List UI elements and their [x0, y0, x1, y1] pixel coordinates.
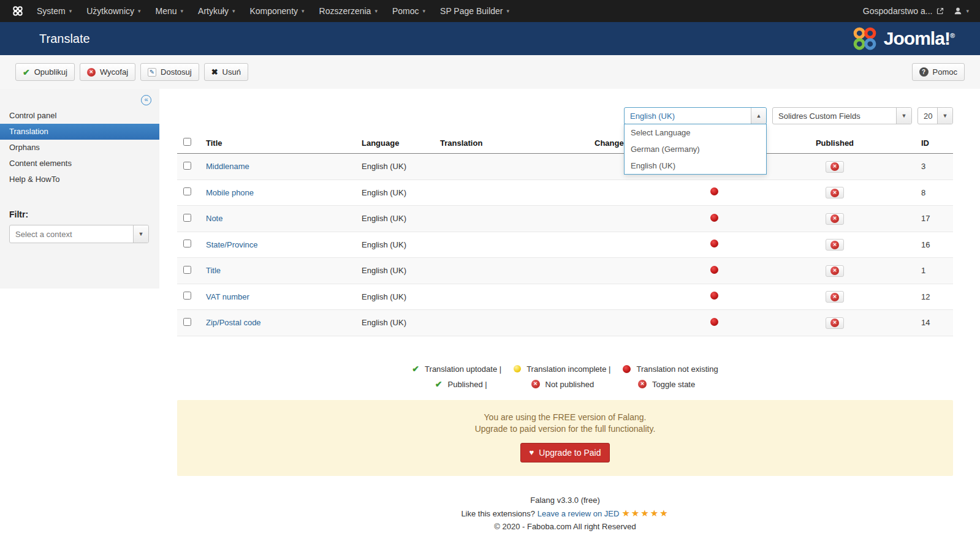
caret-down-icon: ▼ — [896, 108, 911, 124]
copyright: © 2020 - Faboba.com All right Reserved — [177, 522, 953, 531]
table-row: Zip/Postal code English (UK) ✕ 14 — [177, 310, 953, 336]
context-select[interactable]: Select a context ▼ — [9, 225, 149, 243]
row-published-cell: ✕ — [775, 154, 894, 180]
row-checkbox[interactable] — [183, 266, 191, 274]
language-option[interactable]: English (UK) — [625, 157, 766, 174]
row-language-cell: English (UK) — [359, 154, 437, 180]
sidebar-item[interactable]: Orphans — [0, 140, 159, 156]
publish-toggle[interactable]: ✕ — [826, 239, 844, 251]
main: English (UK) ▲ Select LanguageGerman (Ge… — [159, 89, 980, 536]
site-preview-link[interactable]: Gospodarstwo a... — [863, 6, 944, 16]
delete-button[interactable]: ✖ Usuń — [204, 63, 248, 81]
topnav-menu-item[interactable]: Artykuły ▾ — [191, 0, 242, 22]
publish-toggle[interactable]: ✕ — [826, 213, 844, 225]
row-title-link[interactable]: Mobile phone — [206, 188, 254, 197]
row-state-cell — [653, 284, 775, 310]
joomla-menu-icon[interactable] — [12, 6, 23, 17]
row-translation-cell — [437, 310, 591, 336]
row-checkbox[interactable] — [183, 187, 191, 195]
row-checkbox[interactable] — [183, 240, 191, 247]
legend-item: ✔ Translation uptodate | — [412, 364, 501, 374]
row-title-cell: Mobile phone — [203, 179, 359, 206]
topnav-menu-item[interactable]: Pomoc ▾ — [385, 0, 433, 22]
row-language: English (UK) — [362, 240, 406, 249]
circle-x-icon: ✕ — [830, 162, 839, 171]
language-option[interactable]: German (Germany) — [625, 141, 766, 157]
row-checkbox[interactable] — [183, 162, 191, 170]
row-title-link[interactable]: State/Province — [206, 240, 258, 249]
topnav-menu-item[interactable]: Komponenty ▾ — [242, 0, 311, 22]
caret-down-icon: ▾ — [507, 8, 510, 14]
row-changed-cell — [591, 284, 653, 310]
row-title-link[interactable]: Title — [206, 266, 221, 275]
sidebar-item-label: Content elements — [9, 159, 72, 168]
help-button[interactable]: ? Pomoc — [912, 63, 965, 81]
topnav-menu-item[interactable]: Użytkownicy ▾ — [79, 0, 148, 22]
topnav-menu-item[interactable]: SP Page Builder ▾ — [433, 0, 517, 22]
row-state-cell — [653, 206, 775, 232]
row-state-cell — [653, 258, 775, 284]
free-version-notice: You are using the FREE version of Falang… — [177, 400, 953, 476]
legend-label: Not published — [545, 380, 594, 389]
sidebar-nav: Control panel Translation Orphans Conten… — [0, 108, 159, 187]
red-dot-icon — [623, 365, 631, 373]
row-checkbox[interactable] — [183, 214, 191, 222]
publish-toggle[interactable]: ✕ — [826, 161, 844, 173]
row-language-cell: English (UK) — [359, 258, 437, 284]
sidebar-item[interactable]: Content elements — [0, 156, 159, 172]
upgrade-button[interactable]: ♥ Upgrade to Paid — [520, 443, 610, 462]
language-option[interactable]: Select Language — [625, 124, 766, 141]
delete-icon: ✖ — [211, 68, 218, 76]
language-select[interactable]: English (UK) ▲ Select LanguageGerman (Ge… — [624, 107, 767, 124]
topnav-menu-item[interactable]: Rozszerzenia ▾ — [312, 0, 385, 22]
sidebar-item[interactable]: Control panel — [0, 108, 159, 124]
sidebar-item[interactable]: Translation — [0, 124, 159, 140]
topnav-menu-item[interactable]: Menu ▾ — [148, 0, 191, 22]
unpublish-button[interactable]: ✕ Wycofaj — [80, 63, 135, 81]
row-checkbox[interactable] — [183, 318, 191, 326]
select-all-checkbox[interactable] — [183, 138, 191, 146]
row-published-cell: ✕ — [775, 284, 894, 310]
upgrade-button-label: Upgrade to Paid — [539, 448, 601, 458]
help-button-label: Pomoc — [933, 67, 957, 77]
user-menu[interactable]: ▾ — [954, 7, 969, 15]
language-dropdown-panel: Select LanguageGerman (Germany)English (… — [624, 124, 767, 175]
legend-label: Translation incomplete | — [526, 364, 610, 374]
legend-item: Translation incomplete | — [514, 364, 610, 374]
sidebar-item[interactable]: Help & HowTo — [0, 172, 159, 187]
adjust-button[interactable]: ✎ Dostosuj — [140, 63, 199, 81]
review-link[interactable]: Leave a review on JED — [537, 509, 620, 518]
sidebar-collapse-icon[interactable]: « — [141, 95, 151, 105]
topnav-menu-label: Komponenty — [249, 6, 298, 16]
row-title-link[interactable]: Zip/Postal code — [206, 318, 261, 327]
publish-toggle[interactable]: ✕ — [826, 265, 844, 277]
col-header-translation: Translation — [437, 132, 591, 154]
limit-select[interactable]: 20 ▼ — [917, 107, 953, 124]
row-published-cell: ✕ — [775, 232, 894, 258]
row-translation-cell — [437, 154, 591, 180]
publish-toggle[interactable]: ✕ — [826, 187, 844, 198]
legend: ✔ Translation uptodate | Translation inc… — [177, 364, 953, 389]
col-header-title: Title — [203, 132, 359, 154]
publish-toggle[interactable]: ✕ — [826, 317, 844, 329]
top-navbar: System ▾ Użytkownicy ▾ Menu ▾ Artykuły ▾… — [0, 0, 980, 22]
circle-x-icon: ✕ — [638, 380, 647, 388]
topnav-menu-item[interactable]: System ▾ — [29, 0, 79, 22]
row-title-link[interactable]: Middlename — [206, 162, 249, 171]
page: System ▾ Użytkownicy ▾ Menu ▾ Artykuły ▾… — [0, 0, 980, 536]
publish-button[interactable]: ✔ Opublikuj — [15, 63, 75, 81]
fields-select[interactable]: Solidres Custom Fields ▼ — [772, 107, 912, 124]
row-title-link[interactable]: VAT number — [206, 292, 249, 301]
row-checkbox[interactable] — [183, 292, 191, 300]
fields-select-value: Solidres Custom Fields — [773, 108, 896, 124]
caret-up-icon[interactable]: ▲ — [751, 108, 766, 124]
row-title-cell: State/Province — [203, 232, 359, 258]
row-id-cell: 17 — [894, 206, 953, 232]
filter-label: Filtr: — [0, 187, 159, 225]
joomla-logo-icon — [852, 26, 878, 51]
translations-table: Title Language Translation Changed Publi… — [177, 132, 953, 336]
context-select-value: Select a context — [10, 225, 133, 243]
row-title-link[interactable]: Note — [206, 214, 222, 223]
site-name: Gospodarstwo a... — [863, 6, 933, 16]
publish-toggle[interactable]: ✕ — [826, 291, 844, 303]
